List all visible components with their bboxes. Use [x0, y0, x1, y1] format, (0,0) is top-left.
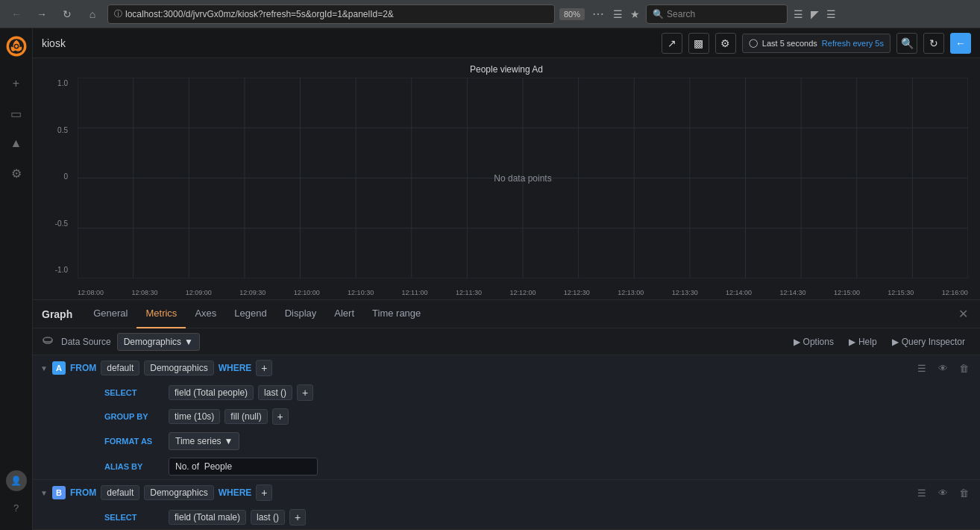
refresh-button[interactable]: ↻: [923, 33, 944, 54]
tab-general[interactable]: General: [84, 300, 136, 328]
x-label-15: 12:15:30: [888, 289, 914, 296]
query-b-select-fn[interactable]: last (): [251, 510, 285, 525]
query-header-actions: ▶ Options ▶ Help ▶ Query Inspector: [786, 332, 973, 352]
tab-legend[interactable]: Legend: [225, 300, 275, 328]
browser-chrome: ← → ↻ ⌂ ⓘ localhost:3000/d/jvrvGx0mz/kio…: [0, 0, 980, 28]
query-a-group-time[interactable]: time (10s): [169, 409, 220, 424]
query-a-id: A: [52, 361, 66, 375]
query-b-select-row: SELECT field (Total male) last () +: [33, 505, 980, 529]
svg-point-3: [15, 45, 18, 48]
query-a-default[interactable]: default: [101, 361, 139, 375]
x-label-10: 12:13:00: [618, 289, 644, 296]
query-a-groupby-row: GROUP BY time (10s) fill (null) +: [33, 405, 980, 428]
tab-axes[interactable]: Axes: [186, 300, 225, 328]
back-to-dashboard-button[interactable]: ←: [950, 33, 971, 54]
browser-search-bar[interactable]: 🔍 Search: [646, 4, 788, 24]
query-a-select-field[interactable]: field (Total people): [169, 385, 254, 400]
query-b-list-btn[interactable]: ☰: [913, 484, 931, 502]
home-button[interactable]: ⌂: [82, 4, 103, 25]
zoom-level[interactable]: 80%: [559, 8, 585, 20]
sidebar: + ▭ ▲ ⚙ 👤 ?: [0, 28, 33, 530]
query-a-collapse[interactable]: ▼: [40, 364, 48, 372]
library-icon[interactable]: ☰: [792, 7, 805, 22]
x-label-13: 12:14:30: [779, 289, 805, 296]
tab-alert[interactable]: Alert: [325, 300, 363, 328]
query-a-alias-label: ALIAS BY: [104, 462, 164, 471]
search-button[interactable]: 🔍: [896, 33, 917, 54]
tab-display[interactable]: Display: [276, 300, 326, 328]
datasource-icon: [40, 334, 55, 349]
sidebar-dashboards-button[interactable]: ▭: [3, 100, 30, 127]
query-b-from-keyword: FROM: [70, 487, 96, 498]
x-label-3: 12:09:30: [239, 289, 266, 296]
query-b-collapse[interactable]: ▼: [40, 489, 48, 497]
forward-button[interactable]: →: [31, 4, 52, 25]
datasource-value: Demographics: [124, 337, 181, 347]
refresh-link[interactable]: Refresh every 5s: [822, 39, 884, 48]
query-inspector-button[interactable]: ▶ Query Inspector: [885, 332, 973, 352]
query-a-trash-btn[interactable]: 🗑: [955, 359, 973, 377]
query-b-table[interactable]: Demographics: [144, 485, 213, 500]
query-a-format-dropdown[interactable]: Time series ▼: [169, 432, 239, 450]
topbar-title: kiosk: [42, 37, 66, 49]
chart-title: People viewing Ad: [33, 64, 980, 75]
search-icon: 🔍: [653, 9, 664, 19]
query-b-where-add[interactable]: +: [256, 484, 272, 501]
help-button[interactable]: ▶ Help: [841, 332, 885, 352]
panel-close-button[interactable]: ✕: [955, 307, 971, 321]
query-a-where-add[interactable]: +: [256, 360, 272, 376]
query-a-eye-btn[interactable]: 👁: [934, 359, 952, 377]
chevron-right-icon-3: ▶: [892, 337, 899, 347]
query-b-default[interactable]: default: [101, 485, 139, 500]
sidebar-add-button[interactable]: +: [3, 70, 30, 97]
graph-container: People viewing Ad 1.0 0.5 0 -0.5 -1.0: [33, 58, 980, 299]
chart-plot-area: No data points: [78, 78, 968, 278]
query-header: Data Source Demographics ▼ ▶ Options ▶ H…: [33, 328, 980, 355]
bookmarks-icon[interactable]: ☰: [612, 7, 624, 22]
query-block-b: ▼ B FROM default Demographics WHERE + ☰ …: [33, 480, 980, 530]
x-label-12: 12:14:00: [726, 289, 752, 296]
topbar: kiosk ↗ ▩ ⚙ ◯ Last 5 seconds Refresh eve…: [33, 28, 980, 58]
dropdown-chevron-icon: ▼: [184, 337, 193, 347]
avatar[interactable]: 👤: [6, 470, 27, 491]
reader-icon[interactable]: ◤: [809, 7, 820, 22]
clock-icon: ◯: [749, 38, 758, 48]
url-bar[interactable]: ⓘ localhost:3000/d/jvrvGx0mz/kiosk?refre…: [107, 4, 555, 24]
query-a-table[interactable]: Demographics: [144, 361, 213, 375]
browser-menu-icon[interactable]: ☰: [825, 7, 838, 22]
x-label-11: 12:13:30: [672, 289, 698, 296]
tab-time-range[interactable]: Time range: [363, 300, 430, 328]
share-button[interactable]: ↗: [662, 33, 682, 54]
time-info[interactable]: ◯ Last 5 seconds Refresh every 5s: [742, 34, 891, 53]
query-a-select-add[interactable]: +: [297, 384, 313, 401]
datasource-label-text: Data Source: [61, 337, 111, 347]
query-block-a: ▼ A FROM default Demographics WHERE + ☰ …: [33, 355, 980, 480]
query-a-alias-input[interactable]: [169, 458, 318, 476]
settings-button[interactable]: ⚙: [715, 33, 736, 54]
reload-button[interactable]: ↻: [57, 4, 78, 25]
query-a-select-fn[interactable]: last (): [258, 385, 292, 400]
sidebar-configuration-button[interactable]: ⚙: [3, 160, 30, 187]
query-b-select-add[interactable]: +: [289, 509, 306, 526]
star-icon[interactable]: ★: [629, 7, 641, 22]
grafana-logo[interactable]: [4, 34, 28, 58]
query-a-list-btn[interactable]: ☰: [913, 359, 931, 377]
sidebar-help-button[interactable]: ?: [3, 494, 30, 521]
query-b-select-field[interactable]: field (Total male): [169, 510, 246, 525]
query-b-eye-btn[interactable]: 👁: [934, 484, 952, 502]
svg-point-26: [43, 337, 52, 342]
chevron-right-icon: ▶: [794, 337, 800, 347]
query-a-group-fill[interactable]: fill (null): [224, 409, 267, 424]
tab-metrics[interactable]: Metrics: [136, 300, 186, 328]
sidebar-alerting-button[interactable]: ▲: [3, 130, 30, 157]
query-a-group-add[interactable]: +: [272, 408, 289, 425]
more-options-button[interactable]: ⋯: [589, 7, 607, 21]
tv-button[interactable]: ▩: [688, 33, 709, 54]
query-a-where-keyword: WHERE: [219, 363, 252, 373]
options-button[interactable]: ▶ Options: [786, 332, 841, 352]
datasource-dropdown[interactable]: Demographics ▼: [117, 333, 200, 351]
query-b-trash-btn[interactable]: 🗑: [955, 484, 973, 502]
format-chevron-icon: ▼: [224, 436, 233, 446]
back-button[interactable]: ←: [6, 4, 27, 25]
x-label-0: 12:08:00: [78, 289, 104, 296]
